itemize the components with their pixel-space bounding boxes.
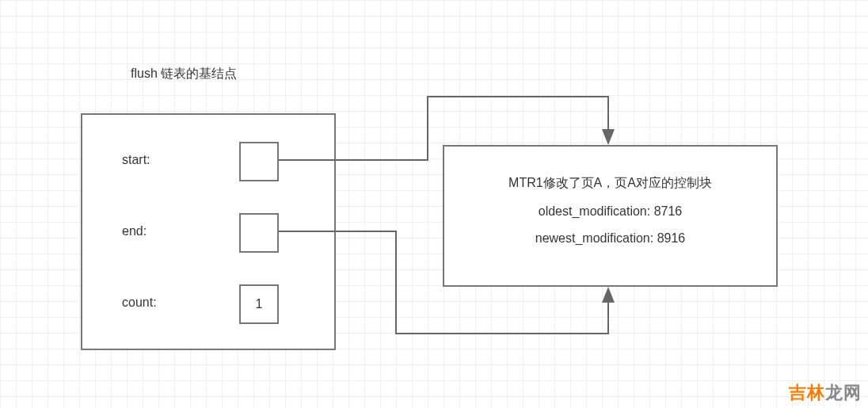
newest-label: newest_modification: <box>535 231 653 245</box>
end-pointer-box <box>239 213 279 253</box>
watermark-part1: 吉林 <box>789 383 825 402</box>
oldest-value: 8716 <box>654 204 683 218</box>
control-block-box: MTR1修改了页A，页A对应的控制块 oldest_modification: … <box>443 145 778 287</box>
watermark: 吉林龙网 <box>789 381 862 405</box>
oldest-modification-line: oldest_modification: 8716 <box>460 204 760 219</box>
newest-value: 8916 <box>657 231 686 245</box>
row-count: count: 1 <box>82 284 334 324</box>
count-label: count: <box>122 296 157 310</box>
watermark-part2: 龙网 <box>825 383 862 402</box>
start-pointer-box <box>239 142 279 181</box>
control-block-header: MTR1修改了页A，页A对应的控制块 <box>460 175 760 192</box>
row-end: end: <box>82 213 334 253</box>
row-start: start: <box>82 142 334 181</box>
count-value-box: 1 <box>239 284 279 324</box>
count-value: 1 <box>256 297 263 311</box>
end-label: end: <box>122 224 147 238</box>
oldest-label: oldest_modification: <box>539 204 650 218</box>
start-label: start: <box>122 153 150 167</box>
base-node-box: start: end: count: 1 <box>81 113 336 350</box>
diagram-title: flush 链表的基结点 <box>131 66 237 82</box>
newest-modification-line: newest_modification: 8916 <box>460 231 760 246</box>
